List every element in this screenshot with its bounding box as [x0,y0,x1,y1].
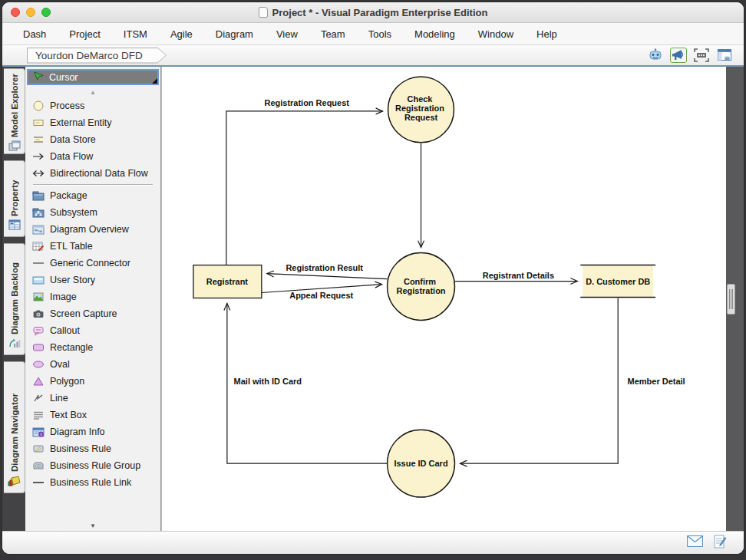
palette-item-polygon[interactable]: Polygon [25,373,160,390]
palette-item-cursor[interactable]: Cursor [27,69,159,85]
text-box-icon [31,409,45,421]
menu-window[interactable]: Window [467,23,525,45]
palette-item-process[interactable]: Process [25,97,160,114]
polygon-icon [31,375,45,387]
image-icon [31,291,45,303]
data-store-icon [31,133,45,146]
palette-item-line[interactable]: Line [25,390,160,407]
diagram-info-icon: i [31,426,45,438]
window-title-text: Project * - Visual Paradigm Enterprise E… [272,7,488,18]
flow-label-registrant-details: Registrant Details [483,271,554,280]
business-rule-group-icon [31,460,45,472]
panel-grip-handle[interactable] [727,284,735,315]
tab-diagram-backlog[interactable]: Diagram Backlog [4,243,25,355]
diagram-navigator-icon [8,475,21,489]
side-tab-strip: Model Explorer Property Diagram Backlog … [2,67,25,531]
process-check-registration-request[interactable]: Check Registration Request [388,77,454,143]
user-story-icon [31,274,45,286]
palette-item-diagram-overview[interactable]: Diagram Overview [25,221,160,238]
palette-scroll-down-icon[interactable]: ▼ [25,520,160,531]
menu-itsm[interactable]: ITSM [112,23,159,45]
menu-view[interactable]: View [265,23,309,45]
tab-model-explorer[interactable]: Model Explorer [4,68,25,154]
palette-item-data-store[interactable]: Data Store [25,131,160,148]
data-store-customer-db[interactable]: D. Customer DB [580,265,655,298]
palette-item-external-entity[interactable]: External Entity [25,114,160,131]
diagram-toolbar: Yourdon DeMarco DFD [2,45,744,65]
rectangle-icon [31,341,45,354]
menu-diagram[interactable]: Diagram [204,23,265,45]
palette-item-diagram-info[interactable]: i Diagram Info [25,423,160,440]
palette-item-rectangle[interactable]: Rectangle [25,339,160,356]
flow-registration-request[interactable] [226,111,383,265]
panel-layout-icon[interactable] [716,48,733,63]
diagram-overview-icon [31,223,45,236]
oval-icon [31,358,45,371]
menu-help[interactable]: Help [525,23,569,45]
palette-item-etl-table[interactable]: ETL Table [25,238,160,255]
workspace: Model Explorer Property Diagram Backlog … [2,65,744,531]
mail-icon[interactable] [687,535,703,550]
menu-modeling[interactable]: Modeling [403,23,467,45]
palette-item-user-story[interactable]: User Story [25,272,160,288]
process-icon [31,100,45,112]
tab-property[interactable]: Property [4,160,25,237]
generic-connector-icon [31,257,45,269]
robot-assistant-icon[interactable] [647,48,664,63]
close-window-button[interactable] [11,8,20,17]
palette-item-oval[interactable]: Oval [25,356,160,373]
palette-scroll-up-icon[interactable]: ▲ [25,87,160,97]
palette-item-subsystem[interactable]: Subsystem [25,204,160,221]
svg-text:D. Customer DB: D. Customer DB [586,277,650,286]
bidirectional-data-flow-icon [31,167,45,180]
tab-diagram-navigator[interactable]: Diagram Navigator [4,361,25,493]
palette-item-text-box[interactable]: Text Box [25,407,160,423]
dfd-diagram: Check Registration Request Confirm Regis… [162,67,726,531]
cursor-icon [33,70,45,84]
menu-dash[interactable]: Dash [12,23,58,45]
svg-text:Issue ID Card: Issue ID Card [394,459,447,468]
external-entity-registrant[interactable]: Registrant [193,265,262,298]
palette-item-callout[interactable]: Callout [25,322,160,339]
diagram-canvas[interactable]: Check Registration Request Confirm Regis… [161,67,726,531]
palette-item-package[interactable]: Package [25,187,160,204]
flow-member-detail[interactable] [460,298,618,464]
palette-item-business-rule-group[interactable]: Business Rule Group [25,457,160,474]
palette-item-data-flow[interactable]: Data Flow [25,148,160,165]
palette-item-generic-connector[interactable]: Generic Connector [25,255,160,272]
flow-label-member-detail: Member Detail [628,377,685,386]
window-title: Project * - Visual Paradigm Enterprise E… [259,7,488,18]
palette-item-image[interactable]: Image [25,288,160,305]
menu-bar: Dash Project ITSM Agile Diagram View Tea… [2,23,744,45]
process-confirm-registration[interactable]: Confirm Registration [388,253,455,321]
flow-label-appeal-request: Appeal Request [289,292,353,301]
property-icon [8,219,21,233]
flow-registration-result[interactable] [267,274,388,279]
traffic-lights [11,2,51,22]
external-entity-icon [31,117,45,129]
model-explorer-icon [8,140,21,154]
business-rule-icon [31,443,45,455]
edit-document-icon[interactable] [714,535,727,552]
flow-label-registration-result: Registration Result [286,263,363,272]
title-bar: Project * - Visual Paradigm Enterprise E… [2,2,744,23]
menu-project[interactable]: Project [58,23,111,45]
flow-label-registration-request: Registration Request [265,98,350,107]
minimize-window-button[interactable] [26,8,35,17]
callout-icon [31,324,45,337]
announcement-icon[interactable] [670,48,687,63]
capture-frame-icon[interactable] [693,48,710,63]
cursor-corner-triangle [152,78,157,84]
menu-agile[interactable]: Agile [159,23,204,45]
palette-item-business-rule[interactable]: Business Rule [25,440,160,457]
status-bar [2,531,744,554]
zoom-window-button[interactable] [41,8,51,17]
business-rule-link-icon [31,476,45,489]
menu-tools[interactable]: Tools [357,23,403,45]
palette-item-business-rule-link[interactable]: Business Rule Link [25,474,160,491]
process-issue-id-card[interactable]: Issue ID Card [388,430,455,497]
palette-item-screen-capture[interactable]: Screen Capture [25,305,160,322]
palette-item-bidirectional-data-flow[interactable]: Bidirectional Data Flow [25,165,160,182]
breadcrumb[interactable]: Yourdon DeMarco DFD [27,48,167,64]
menu-team[interactable]: Team [309,23,357,45]
